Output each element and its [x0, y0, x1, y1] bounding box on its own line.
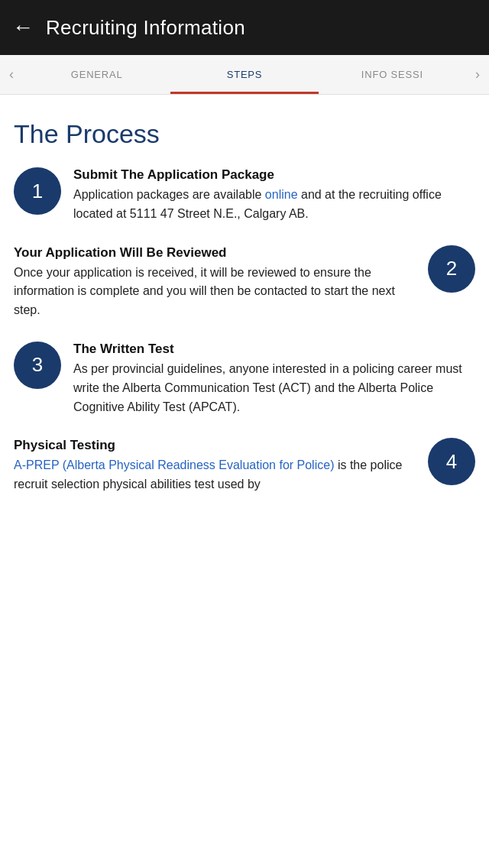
page-title: Recruiting Information: [46, 16, 245, 40]
step-1-number: 1: [14, 167, 61, 215]
tab-info-sessions[interactable]: INFO SESSI: [319, 55, 466, 94]
step-4-number: 4: [428, 438, 475, 485]
step-4-title: Physical Testing: [14, 438, 475, 453]
step-4-text: A-PREP (Alberta Physical Readiness Evalu…: [14, 456, 475, 494]
step-2-number: 2: [428, 245, 475, 293]
tab-left-nav[interactable]: ‹: [0, 55, 23, 95]
step-1-title: Submit The Application Package: [73, 167, 475, 183]
step-1: 1 Submit The Application Package Applica…: [14, 167, 475, 224]
step-1-link[interactable]: online: [265, 188, 298, 201]
section-title: The Process: [14, 119, 475, 149]
tab-general[interactable]: GENERAL: [23, 55, 170, 94]
back-button[interactable]: ←: [12, 17, 34, 38]
step-4-link[interactable]: A-PREP (Alberta Physical Readiness Evalu…: [14, 458, 334, 471]
tab-steps[interactable]: STEPS: [170, 55, 318, 94]
app-header: ← Recruiting Information: [0, 0, 489, 55]
step-3: 3 The Written Test As per provincial gui…: [14, 342, 475, 416]
tabs-container: GENERAL STEPS INFO SESSI: [23, 55, 466, 94]
tab-right-nav[interactable]: ›: [466, 55, 489, 95]
step-1-content: Submit The Application Package Applicati…: [73, 167, 475, 224]
step-3-text: As per provincial guidelines, anyone int…: [73, 360, 475, 416]
step-3-content: The Written Test As per provincial guide…: [73, 342, 475, 416]
step-2-title: Your Application Will Be Reviewed: [14, 245, 475, 261]
content-area: The Process 1 Submit The Application Pac…: [0, 95, 489, 534]
step-2-text: Once your application is received, it wi…: [14, 264, 475, 320]
step-3-number: 3: [14, 342, 61, 389]
step-1-text-before: Application packages are available: [73, 188, 265, 201]
tab-bar: ‹ GENERAL STEPS INFO SESSI ›: [0, 55, 489, 95]
step-4: 4 Physical Testing A-PREP (Alberta Physi…: [14, 438, 475, 494]
step-1-text: Application packages are available onlin…: [73, 186, 475, 224]
step-3-title: The Written Test: [73, 342, 475, 357]
step-2: 2 Your Application Will Be Reviewed Once…: [14, 245, 475, 320]
